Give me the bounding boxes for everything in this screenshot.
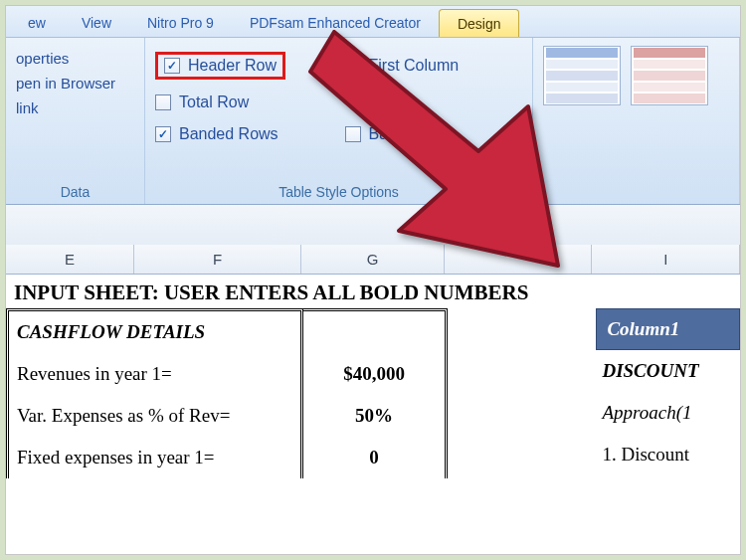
cell-title[interactable]: INPUT SHEET: USER ENTERS ALL BOLD NUMBER… [6, 275, 740, 308]
banded-rows-label: Banded Rows [179, 125, 279, 143]
banded-rows-check[interactable]: ✓ Banded Rows [155, 125, 333, 143]
total-row-check[interactable]: Total Row [155, 93, 333, 111]
column-header-e[interactable]: E [6, 245, 134, 274]
formula-bar-area [6, 205, 740, 245]
header-row-highlight: ✓ Header Row [155, 52, 285, 80]
cell-fixed-label[interactable]: Fixed expenses in year 1= [9, 437, 300, 478]
checkbox-icon: ✓ [155, 126, 171, 142]
tab-design[interactable]: Design [439, 9, 520, 37]
table-style-blue[interactable] [543, 46, 621, 105]
cell-revenues-value[interactable]: $40,000 [303, 353, 445, 395]
cashflow-labels: CASHFLOW DETAILS Revenues in year 1= Var… [6, 308, 303, 478]
group-label-data: Data [16, 178, 134, 200]
cell-cashflow-header[interactable]: CASHFLOW DETAILS [9, 311, 300, 353]
total-row-label: Total Row [179, 93, 249, 111]
open-in-browser-button[interactable]: pen in Browser [16, 75, 134, 92]
ribbon-tabs: ew View Nitro Pro 9 PDFsam Enhanced Crea… [6, 6, 740, 38]
cell-discount-1[interactable]: 1. Discount [596, 434, 740, 475]
first-column-check[interactable]: First Column [345, 52, 523, 80]
tab-pdfsam[interactable]: PDFsam Enhanced Creator [232, 9, 439, 37]
cell-approach[interactable]: Approach(1 [596, 392, 740, 434]
cell-varexp-value[interactable]: 50% [303, 395, 445, 437]
tab-view[interactable]: View [64, 9, 129, 37]
group-table-style-options: ✓ Header Row First Column Total Row ✓ Ba… [145, 38, 533, 204]
header-row-label: Header Row [188, 57, 277, 75]
cell-fixed-value[interactable]: 0 [303, 437, 445, 478]
group-label-tso: Table Style Options [155, 178, 522, 200]
column-headers: E F G I [6, 245, 740, 275]
banded-cols-label: Ban [369, 125, 397, 143]
group-external-table-data: operties pen in Browser link Data [6, 38, 145, 204]
tab-cut[interactable]: ew [10, 9, 64, 37]
cell-revenues-label[interactable]: Revenues in year 1= [9, 353, 300, 395]
cell-varexp-label[interactable]: Var. Expenses as % of Rev= [9, 395, 300, 437]
first-column-label: First Column [369, 57, 460, 75]
properties-button[interactable]: operties [16, 50, 134, 67]
sheet-area[interactable]: INPUT SHEET: USER ENTERS ALL BOLD NUMBER… [6, 275, 740, 478]
column-header-i[interactable]: I [592, 245, 740, 274]
banded-columns-check[interactable]: Ban [345, 125, 523, 143]
cell-blank[interactable] [303, 311, 445, 353]
tab-nitro[interactable]: Nitro Pro 9 [129, 9, 232, 37]
cell-column1-header[interactable]: Column1 [596, 308, 740, 350]
ribbon: operties pen in Browser link Data ✓ Head… [6, 38, 740, 205]
cashflow-values: $40,000 50% 0 [303, 308, 448, 478]
column-i-block: Column1 DISCOUNT Approach(1 1. Discount [596, 308, 740, 478]
group-table-styles [533, 38, 740, 204]
column-header-h[interactable] [445, 245, 593, 274]
table-style-red[interactable] [631, 46, 708, 105]
cell-discount[interactable]: DISCOUNT [596, 350, 740, 392]
checkbox-icon [345, 58, 361, 74]
checkbox-icon [155, 94, 171, 110]
unlink-button[interactable]: link [16, 99, 134, 116]
header-row-check[interactable]: ✓ Header Row [155, 52, 333, 80]
checkbox-icon [345, 126, 361, 142]
checkbox-icon: ✓ [164, 58, 180, 74]
column-header-g[interactable]: G [301, 245, 445, 274]
column-header-f[interactable]: F [134, 245, 301, 274]
